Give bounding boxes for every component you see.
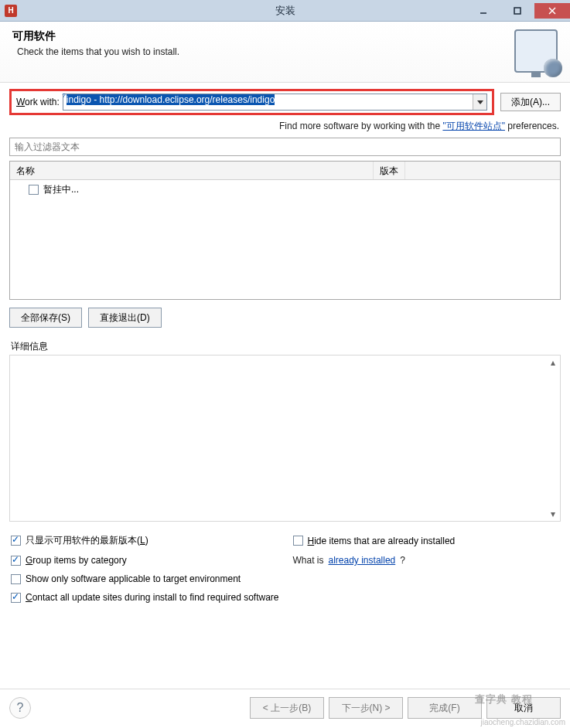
column-name[interactable]: 名称: [10, 162, 374, 179]
help-button[interactable]: ?: [9, 697, 31, 719]
svg-rect-1: [514, 8, 521, 14]
add-button[interactable]: 添加(A)...: [500, 93, 561, 111]
chevron-down-icon[interactable]: [473, 94, 486, 110]
checkbox[interactable]: [11, 536, 21, 546]
select-all-button[interactable]: 全部保存(S): [9, 308, 82, 328]
work-with-highlight: Work with: ? indigo - http://download.ec…: [9, 89, 494, 115]
checkbox[interactable]: [11, 574, 21, 584]
row-label: 暂挂中...: [43, 183, 79, 196]
tree-header: 名称 版本: [10, 162, 560, 180]
what-is-installed: What is already installed?: [293, 555, 560, 566]
details-box[interactable]: ▴ ▾: [9, 355, 561, 522]
work-with-row: Work with: ? indigo - http://download.ec…: [0, 83, 570, 120]
deselect-all-button[interactable]: 直接退出(D): [88, 308, 162, 328]
svg-marker-4: [477, 100, 483, 104]
banner: 可用软件 Check the items that you wish to in…: [0, 22, 570, 83]
opt-target-env[interactable]: Show only software applicable to target …: [11, 573, 559, 584]
app-icon: H: [5, 5, 17, 17]
maximize-button[interactable]: [500, 3, 534, 19]
opt-latest-only[interactable]: 只显示可用软件的最新版本(L): [11, 534, 278, 547]
options-grid: 只显示可用软件的最新版本(L) Hide items that are alre…: [0, 529, 570, 603]
wizard-footer: ? < 上一步(B) 下一步(N) > 完成(F) 取消: [0, 689, 570, 728]
help-decorator-icon: ?: [62, 92, 65, 99]
banner-subtitle: Check the items that you wish to install…: [12, 46, 514, 57]
tree-row[interactable]: 暂挂中...: [10, 180, 560, 199]
banner-title: 可用软件: [12, 29, 514, 43]
finish-button[interactable]: 完成(F): [408, 697, 482, 719]
checkbox[interactable]: [11, 556, 21, 566]
row-checkbox[interactable]: [29, 185, 39, 195]
work-with-label: Work with: ?: [16, 97, 60, 107]
cancel-button[interactable]: 取消: [486, 697, 561, 719]
opt-group-category[interactable]: Group items by category: [11, 555, 278, 566]
opt-contact-all[interactable]: Contact all update sites during install …: [11, 592, 559, 603]
title-bar: H 安装: [0, 0, 570, 22]
scroll-up-icon[interactable]: ▴: [548, 357, 558, 368]
work-with-combo[interactable]: indigo - http://download.eclipse.org/rel…: [63, 94, 487, 111]
find-more-text: Find more software by working with the "…: [0, 120, 570, 138]
window-controls: [466, 3, 570, 19]
minimize-button[interactable]: [466, 3, 500, 19]
scroll-down-icon[interactable]: ▾: [548, 509, 558, 519]
work-with-input[interactable]: indigo - http://download.eclipse.org/rel…: [63, 94, 473, 110]
checkbox[interactable]: [293, 536, 303, 546]
already-installed-link[interactable]: already installed: [329, 555, 396, 566]
close-button[interactable]: [534, 3, 570, 19]
checkbox[interactable]: [11, 593, 21, 603]
next-button[interactable]: 下一步(N) >: [329, 697, 403, 719]
selection-buttons: 全部保存(S) 直接退出(D): [0, 300, 570, 335]
filter-input[interactable]: [9, 138, 561, 156]
install-icon: [514, 29, 558, 73]
opt-hide-installed[interactable]: Hide items that are already installed: [293, 534, 560, 547]
details-label: 详细信息: [0, 335, 570, 355]
column-version[interactable]: 版本: [374, 162, 405, 179]
available-sites-link[interactable]: "可用软件站点": [442, 121, 505, 131]
back-button[interactable]: < 上一步(B): [250, 697, 324, 719]
software-tree[interactable]: 名称 版本 暂挂中...: [9, 161, 561, 300]
